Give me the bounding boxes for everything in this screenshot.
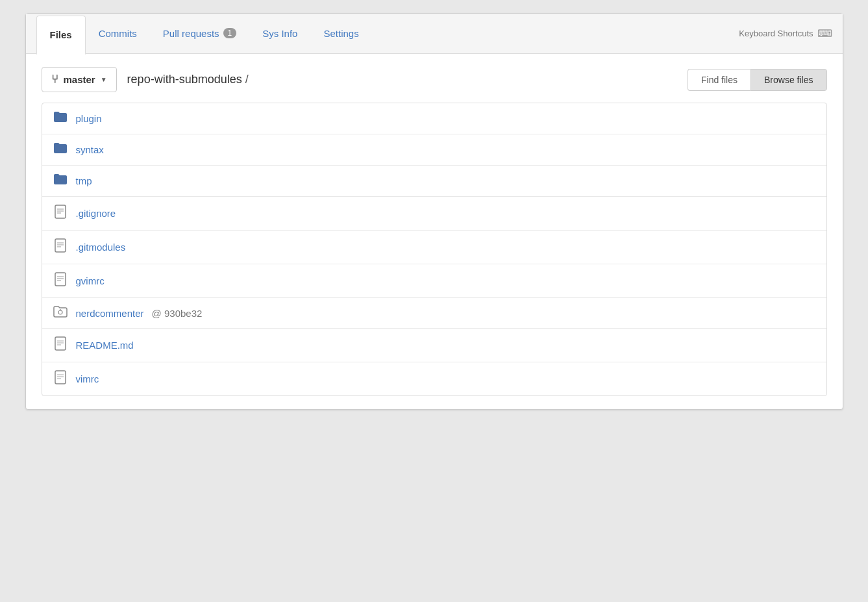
list-item: nerdcommenter @ 930be32 [42,298,826,329]
pull-requests-badge: 1 [223,28,237,38]
list-item: README.md [42,329,826,362]
branch-selector[interactable]: ⑂ master ▼ [42,67,117,92]
file-icon [53,370,68,388]
file-name-syntax[interactable]: syntax [76,144,104,155]
tab-settings[interactable]: Settings [310,14,371,54]
file-name-gitmodules[interactable]: .gitmodules [76,242,126,253]
tab-files-label: Files [50,29,72,40]
tab-pull-requests[interactable]: Pull requests 1 [150,14,249,54]
file-name-tmp[interactable]: tmp [76,175,92,186]
branch-icon: ⑂ [51,73,58,86]
list-item: plugin [42,103,826,134]
list-item: vimrc [42,362,826,395]
list-item: tmp [42,166,826,197]
svg-rect-8 [55,273,66,286]
content-area: ⑂ master ▼ repo-with-submodules / Find f… [26,54,843,409]
branch-name: master [64,74,95,85]
keyboard-shortcuts-label: Keyboard Shortcuts [739,29,813,38]
repo-path: repo-with-submodules / [127,73,249,86]
submodule-icon [53,306,68,320]
tab-sys-info-label: Sys Info [262,28,297,39]
browse-files-button[interactable]: Browse files [750,69,826,91]
browse-files-label: Browse files [764,75,813,85]
tab-pull-requests-label: Pull requests [163,28,219,39]
file-icon [53,205,68,222]
file-name-vimrc[interactable]: vimrc [76,373,99,384]
file-icon [53,336,68,354]
file-name-gvimrc[interactable]: gvimrc [76,275,105,286]
tab-settings-label: Settings [323,28,358,39]
tab-bar-left: Files Commits Pull requests 1 Sys Info S… [36,14,372,53]
chevron-down-icon: ▼ [101,76,107,83]
repo-bar-left: ⑂ master ▼ repo-with-submodules / [42,67,249,92]
file-list: plugin syntax tmp [42,103,827,396]
tab-bar: Files Commits Pull requests 1 Sys Info S… [26,14,843,54]
find-files-label: Find files [701,75,738,85]
file-name-gitignore[interactable]: .gitignore [76,208,116,219]
file-name-nerdcommenter[interactable]: nerdcommenter [76,308,144,319]
file-icon [53,238,68,256]
keyboard-icon: ⌨ [817,27,832,40]
file-icon [53,272,68,290]
file-name-readme[interactable]: README.md [76,340,134,351]
folder-icon [53,173,68,188]
list-item: gvimrc [42,264,826,298]
folder-icon [53,111,68,126]
file-name-plugin[interactable]: plugin [76,113,102,124]
keyboard-shortcuts[interactable]: Keyboard Shortcuts ⌨ [739,27,832,40]
repo-bar-right: Find files Browse files [688,69,827,91]
svg-rect-18 [55,371,66,384]
main-container: Files Commits Pull requests 1 Sys Info S… [25,13,843,410]
svg-rect-0 [55,205,66,218]
repo-bar: ⑂ master ▼ repo-with-submodules / Find f… [42,67,827,92]
find-files-button[interactable]: Find files [688,69,750,91]
tab-commits-label: Commits [99,28,137,39]
tab-sys-info[interactable]: Sys Info [249,14,310,54]
folder-icon [53,142,68,157]
list-item: .gitignore [42,197,826,231]
repo-separator: / [245,73,249,86]
repo-name: repo-with-submodules [127,73,242,86]
tab-commits[interactable]: Commits [86,14,150,54]
svg-rect-14 [55,337,66,350]
svg-rect-4 [55,239,66,252]
tab-files[interactable]: Files [36,16,86,55]
list-item: syntax [42,134,826,166]
list-item: .gitmodules [42,231,826,264]
submodule-ref: @ 930be32 [152,308,203,319]
